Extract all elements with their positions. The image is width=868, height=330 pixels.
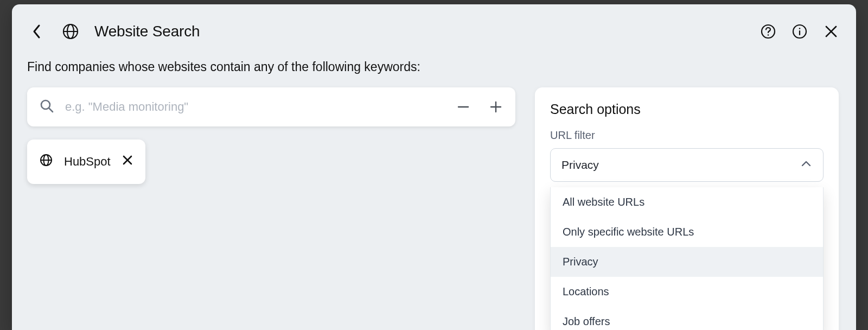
page-title: Website Search (94, 23, 200, 40)
globe-icon (61, 22, 80, 41)
svg-point-7 (799, 28, 801, 29)
help-button[interactable] (758, 22, 778, 41)
add-keyword-button[interactable] (486, 97, 506, 117)
svg-line-11 (49, 108, 53, 112)
url-filter-option[interactable]: Locations (551, 277, 823, 307)
keyword-search-box (27, 87, 515, 126)
website-search-panel: Website Search Find companies whose webs… (12, 4, 856, 330)
url-filter-label: URL filter (550, 129, 824, 142)
chevron-up-icon (800, 158, 812, 173)
header: Website Search (27, 20, 841, 43)
info-button[interactable] (790, 22, 809, 41)
url-filter-dropdown: All website URLs Only specific website U… (550, 187, 824, 330)
url-filter-option[interactable]: All website URLs (551, 187, 823, 217)
url-filter-option[interactable]: Job offers (551, 307, 823, 330)
close-button[interactable] (821, 22, 841, 41)
url-filter-option[interactable]: Only specific website URLs (551, 217, 823, 247)
url-filter-select[interactable]: Privacy (550, 148, 824, 182)
search-options-title: Search options (550, 101, 824, 117)
globe-icon (39, 153, 53, 170)
url-filter-selected-value: Privacy (561, 158, 599, 172)
chip-label: HubSpot (64, 155, 111, 169)
svg-point-4 (768, 34, 769, 35)
subtitle: Find companies whose websites contain an… (27, 60, 841, 74)
url-filter-option[interactable]: Privacy (551, 247, 823, 277)
search-icon (39, 98, 54, 116)
search-options-card: Search options URL filter Privacy All we… (535, 87, 839, 330)
chip-remove-button[interactable] (122, 154, 133, 169)
back-button[interactable] (27, 22, 47, 41)
keyword-input[interactable] (65, 100, 454, 114)
keyword-chip: HubSpot (27, 139, 145, 184)
remove-keyword-button[interactable] (454, 97, 473, 117)
